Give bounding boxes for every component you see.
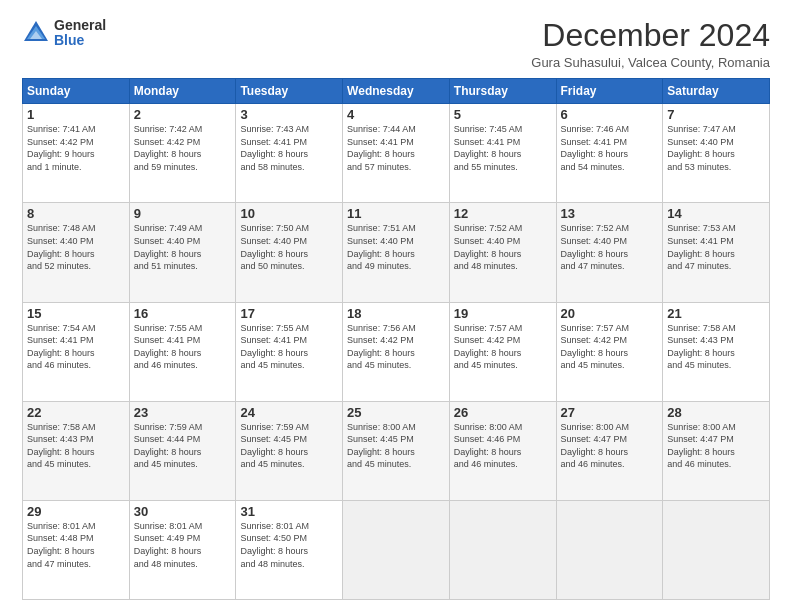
day-number: 27 [561, 405, 659, 420]
logo-blue-text: Blue [54, 33, 106, 48]
table-row: 12Sunrise: 7:52 AM Sunset: 4:40 PM Dayli… [449, 203, 556, 302]
title-block: December 2024 Gura Suhasului, Valcea Cou… [531, 18, 770, 70]
day-info: Sunrise: 7:53 AM Sunset: 4:41 PM Dayligh… [667, 222, 765, 272]
day-number: 14 [667, 206, 765, 221]
day-number: 30 [134, 504, 232, 519]
day-info: Sunrise: 8:00 AM Sunset: 4:47 PM Dayligh… [561, 421, 659, 471]
day-info: Sunrise: 7:43 AM Sunset: 4:41 PM Dayligh… [240, 123, 338, 173]
day-number: 16 [134, 306, 232, 321]
logo-general-text: General [54, 18, 106, 33]
table-row: 3Sunrise: 7:43 AM Sunset: 4:41 PM Daylig… [236, 104, 343, 203]
day-number: 5 [454, 107, 552, 122]
day-info: Sunrise: 8:00 AM Sunset: 4:46 PM Dayligh… [454, 421, 552, 471]
day-number: 12 [454, 206, 552, 221]
day-number: 23 [134, 405, 232, 420]
table-row: 17Sunrise: 7:55 AM Sunset: 4:41 PM Dayli… [236, 302, 343, 401]
table-row: 5Sunrise: 7:45 AM Sunset: 4:41 PM Daylig… [449, 104, 556, 203]
header: General Blue December 2024 Gura Suhasulu… [22, 18, 770, 70]
table-row [663, 500, 770, 599]
day-number: 1 [27, 107, 125, 122]
day-info: Sunrise: 8:01 AM Sunset: 4:49 PM Dayligh… [134, 520, 232, 570]
day-info: Sunrise: 7:54 AM Sunset: 4:41 PM Dayligh… [27, 322, 125, 372]
table-row: 4Sunrise: 7:44 AM Sunset: 4:41 PM Daylig… [343, 104, 450, 203]
day-number: 26 [454, 405, 552, 420]
day-number: 3 [240, 107, 338, 122]
day-number: 17 [240, 306, 338, 321]
day-number: 20 [561, 306, 659, 321]
col-tuesday: Tuesday [236, 79, 343, 104]
day-info: Sunrise: 7:44 AM Sunset: 4:41 PM Dayligh… [347, 123, 445, 173]
day-number: 11 [347, 206, 445, 221]
table-row: 27Sunrise: 8:00 AM Sunset: 4:47 PM Dayli… [556, 401, 663, 500]
day-number: 15 [27, 306, 125, 321]
day-info: Sunrise: 7:50 AM Sunset: 4:40 PM Dayligh… [240, 222, 338, 272]
table-row: 24Sunrise: 7:59 AM Sunset: 4:45 PM Dayli… [236, 401, 343, 500]
table-row: 26Sunrise: 8:00 AM Sunset: 4:46 PM Dayli… [449, 401, 556, 500]
day-number: 13 [561, 206, 659, 221]
day-info: Sunrise: 7:48 AM Sunset: 4:40 PM Dayligh… [27, 222, 125, 272]
table-row: 6Sunrise: 7:46 AM Sunset: 4:41 PM Daylig… [556, 104, 663, 203]
table-row: 23Sunrise: 7:59 AM Sunset: 4:44 PM Dayli… [129, 401, 236, 500]
col-sunday: Sunday [23, 79, 130, 104]
calendar: Sunday Monday Tuesday Wednesday Thursday… [22, 78, 770, 600]
day-info: Sunrise: 7:45 AM Sunset: 4:41 PM Dayligh… [454, 123, 552, 173]
day-number: 6 [561, 107, 659, 122]
table-row: 20Sunrise: 7:57 AM Sunset: 4:42 PM Dayli… [556, 302, 663, 401]
table-row: 2Sunrise: 7:42 AM Sunset: 4:42 PM Daylig… [129, 104, 236, 203]
day-number: 19 [454, 306, 552, 321]
day-info: Sunrise: 7:47 AM Sunset: 4:40 PM Dayligh… [667, 123, 765, 173]
day-info: Sunrise: 7:46 AM Sunset: 4:41 PM Dayligh… [561, 123, 659, 173]
table-row: 13Sunrise: 7:52 AM Sunset: 4:40 PM Dayli… [556, 203, 663, 302]
day-info: Sunrise: 7:57 AM Sunset: 4:42 PM Dayligh… [454, 322, 552, 372]
table-row: 29Sunrise: 8:01 AM Sunset: 4:48 PM Dayli… [23, 500, 130, 599]
day-number: 29 [27, 504, 125, 519]
day-info: Sunrise: 8:00 AM Sunset: 4:47 PM Dayligh… [667, 421, 765, 471]
table-row: 14Sunrise: 7:53 AM Sunset: 4:41 PM Dayli… [663, 203, 770, 302]
header-row: Sunday Monday Tuesday Wednesday Thursday… [23, 79, 770, 104]
day-info: Sunrise: 8:01 AM Sunset: 4:50 PM Dayligh… [240, 520, 338, 570]
day-info: Sunrise: 7:52 AM Sunset: 4:40 PM Dayligh… [561, 222, 659, 272]
day-info: Sunrise: 7:58 AM Sunset: 4:43 PM Dayligh… [27, 421, 125, 471]
table-row: 11Sunrise: 7:51 AM Sunset: 4:40 PM Dayli… [343, 203, 450, 302]
day-number: 10 [240, 206, 338, 221]
logo-icon [22, 19, 50, 47]
day-info: Sunrise: 7:58 AM Sunset: 4:43 PM Dayligh… [667, 322, 765, 372]
day-number: 24 [240, 405, 338, 420]
day-number: 7 [667, 107, 765, 122]
col-wednesday: Wednesday [343, 79, 450, 104]
day-number: 18 [347, 306, 445, 321]
main-title: December 2024 [531, 18, 770, 53]
col-saturday: Saturday [663, 79, 770, 104]
day-number: 21 [667, 306, 765, 321]
table-row: 21Sunrise: 7:58 AM Sunset: 4:43 PM Dayli… [663, 302, 770, 401]
day-info: Sunrise: 7:56 AM Sunset: 4:42 PM Dayligh… [347, 322, 445, 372]
day-info: Sunrise: 8:00 AM Sunset: 4:45 PM Dayligh… [347, 421, 445, 471]
table-row: 1Sunrise: 7:41 AM Sunset: 4:42 PM Daylig… [23, 104, 130, 203]
page: General Blue December 2024 Gura Suhasulu… [0, 0, 792, 612]
table-row: 9Sunrise: 7:49 AM Sunset: 4:40 PM Daylig… [129, 203, 236, 302]
day-info: Sunrise: 7:55 AM Sunset: 4:41 PM Dayligh… [240, 322, 338, 372]
day-info: Sunrise: 7:49 AM Sunset: 4:40 PM Dayligh… [134, 222, 232, 272]
table-row: 18Sunrise: 7:56 AM Sunset: 4:42 PM Dayli… [343, 302, 450, 401]
day-number: 25 [347, 405, 445, 420]
day-info: Sunrise: 7:52 AM Sunset: 4:40 PM Dayligh… [454, 222, 552, 272]
day-number: 22 [27, 405, 125, 420]
day-number: 2 [134, 107, 232, 122]
day-number: 8 [27, 206, 125, 221]
logo-text: General Blue [54, 18, 106, 49]
table-row [449, 500, 556, 599]
table-row: 31Sunrise: 8:01 AM Sunset: 4:50 PM Dayli… [236, 500, 343, 599]
table-row: 8Sunrise: 7:48 AM Sunset: 4:40 PM Daylig… [23, 203, 130, 302]
subtitle: Gura Suhasului, Valcea County, Romania [531, 55, 770, 70]
day-info: Sunrise: 7:59 AM Sunset: 4:45 PM Dayligh… [240, 421, 338, 471]
table-row: 15Sunrise: 7:54 AM Sunset: 4:41 PM Dayli… [23, 302, 130, 401]
calendar-body: 1Sunrise: 7:41 AM Sunset: 4:42 PM Daylig… [23, 104, 770, 600]
table-row: 10Sunrise: 7:50 AM Sunset: 4:40 PM Dayli… [236, 203, 343, 302]
day-info: Sunrise: 7:57 AM Sunset: 4:42 PM Dayligh… [561, 322, 659, 372]
day-number: 28 [667, 405, 765, 420]
day-info: Sunrise: 7:51 AM Sunset: 4:40 PM Dayligh… [347, 222, 445, 272]
table-row: 22Sunrise: 7:58 AM Sunset: 4:43 PM Dayli… [23, 401, 130, 500]
table-row: 30Sunrise: 8:01 AM Sunset: 4:49 PM Dayli… [129, 500, 236, 599]
day-number: 31 [240, 504, 338, 519]
col-monday: Monday [129, 79, 236, 104]
